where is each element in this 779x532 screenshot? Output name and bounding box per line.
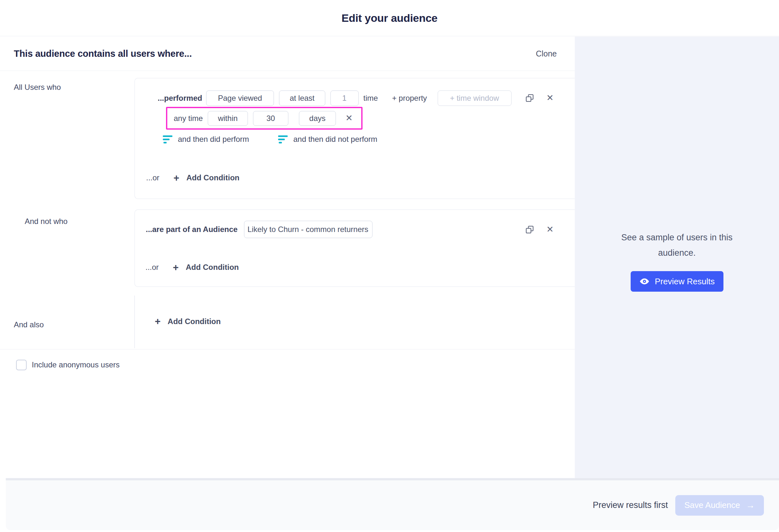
filter-icon: [278, 135, 288, 143]
time-window-input[interactable]: [438, 90, 512, 106]
group-label-and-not-who: And not who: [25, 217, 67, 226]
duplicate-condition-icon[interactable]: [525, 94, 534, 103]
or-label: ...or: [145, 263, 159, 272]
audience-select-input[interactable]: [244, 221, 372, 238]
count-input[interactable]: [331, 90, 359, 106]
plus-icon: +: [173, 262, 179, 272]
save-audience-label: Save Audience: [684, 500, 740, 510]
plus-icon: +: [173, 173, 179, 183]
add-condition-button[interactable]: + Add Condition: [173, 173, 239, 183]
group-label-all-users: All Users who: [14, 83, 61, 92]
remove-time-filter-icon[interactable]: ✕: [346, 114, 353, 123]
condition-prefix: ...performed: [158, 94, 202, 103]
footer-top-border: [6, 478, 779, 480]
footer-actions: Preview results first Save Audience →: [593, 480, 764, 530]
section-divider: [0, 349, 575, 349]
add-condition-label: Add Condition: [168, 317, 221, 326]
or-label: ...or: [146, 173, 159, 182]
dialog-title: Edit your audience: [342, 12, 438, 24]
remove-condition-icon[interactable]: ✕: [546, 94, 554, 103]
condition-row-actions: ✕: [525, 221, 554, 238]
add-property-button[interactable]: + property: [392, 94, 427, 103]
save-hint-text: Preview results first: [593, 500, 668, 510]
add-condition-button[interactable]: + Add Condition: [155, 316, 221, 326]
include-anonymous-label: Include anonymous users: [32, 360, 120, 369]
plus-icon: +: [155, 316, 161, 326]
dialog-footer: Preview results first Save Audience →: [6, 480, 779, 530]
time-value-input[interactable]: [253, 111, 288, 126]
dialog-header: Edit your audience: [0, 0, 779, 36]
time-filter-row-highlighted: any time within days ✕: [166, 107, 363, 130]
save-audience-button[interactable]: Save Audience →: [675, 495, 764, 516]
arrow-right-icon: →: [746, 501, 755, 510]
duplicate-condition-icon[interactable]: [525, 225, 534, 234]
sequence-link-row: and then did perform and then did not pe…: [163, 132, 377, 147]
count-suffix-label: time: [363, 94, 378, 103]
time-filter-prefix: any time: [174, 114, 203, 123]
include-anonymous-checkbox[interactable]: [16, 360, 27, 370]
and-also-divider: [134, 295, 135, 348]
then-did-perform-label: and then did perform: [178, 135, 249, 144]
time-comparison-select[interactable]: within: [208, 111, 248, 126]
audience-condition-row: ...are part of an Audience: [146, 221, 372, 238]
then-did-not-perform-label: and then did not perform: [293, 135, 377, 144]
condition-prefix: ...are part of an Audience: [146, 225, 238, 234]
builder-header: This audience contains all users where..…: [0, 37, 575, 71]
then-did-not-perform-link[interactable]: and then did not perform: [278, 135, 377, 144]
builder-heading: This audience contains all users where..…: [14, 49, 192, 59]
preview-results-button[interactable]: Preview Results: [631, 271, 723, 292]
or-add-condition-row: ...or + Add Condition: [145, 260, 239, 275]
clone-button[interactable]: Clone: [536, 49, 557, 58]
filter-icon: [163, 135, 173, 143]
condition-card-all-users: ...performed Page viewed at least time +…: [134, 78, 575, 199]
include-anonymous-row: Include anonymous users: [16, 359, 120, 371]
and-also-add-row: + Add Condition: [155, 316, 221, 326]
condition-card-and-not-who: ...are part of an Audience ✕ ...or + Add…: [134, 209, 575, 287]
add-condition-label: Add Condition: [186, 263, 239, 272]
eye-icon: [639, 278, 650, 285]
remove-condition-icon[interactable]: ✕: [546, 225, 554, 234]
time-unit-select[interactable]: days: [299, 111, 336, 126]
group-label-and-also: And also: [14, 320, 44, 329]
then-did-perform-link[interactable]: and then did perform: [163, 135, 249, 144]
preview-panel: See a sample of users in this audience. …: [575, 37, 779, 478]
event-select[interactable]: Page viewed: [206, 90, 274, 106]
preview-results-label: Preview Results: [655, 277, 714, 286]
add-condition-label: Add Condition: [186, 173, 239, 182]
or-add-condition-row: ...or + Add Condition: [146, 170, 240, 186]
add-condition-button[interactable]: + Add Condition: [173, 262, 239, 272]
operator-select[interactable]: at least: [279, 90, 325, 106]
preview-message: See a sample of users in this audience.: [608, 230, 746, 261]
performed-condition-row: ...performed Page viewed at least time +…: [158, 90, 512, 106]
condition-row-actions: ✕: [525, 90, 554, 106]
